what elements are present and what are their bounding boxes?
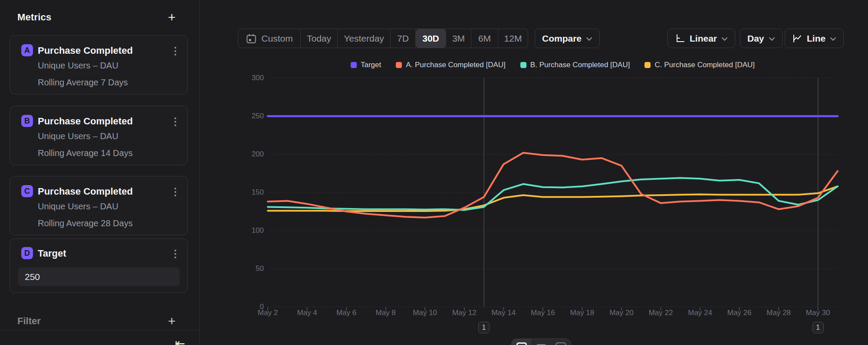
range-12m[interactable]: 12M — [498, 29, 528, 48]
metric-letter-badge: D — [21, 247, 33, 259]
view-switcher — [511, 338, 571, 345]
x-axis-label: May 16 — [523, 309, 562, 317]
annotation-badge[interactable]: 1 — [478, 322, 490, 333]
card-view-button[interactable] — [551, 339, 571, 345]
y-axis-label: 150 — [226, 188, 264, 197]
x-axis-label: May 22 — [641, 309, 681, 317]
range-6m[interactable]: 6M — [471, 29, 498, 48]
linear-scale-icon — [675, 33, 685, 44]
metric-title: Purchase Completed — [38, 186, 133, 197]
x-axis-label: May 30 — [799, 309, 838, 317]
range-30d[interactable]: 30D — [416, 29, 446, 48]
legend-swatch — [351, 62, 357, 68]
x-axis-label: May 26 — [720, 309, 759, 317]
legend-swatch — [644, 62, 651, 68]
chevron-down-icon — [721, 37, 728, 41]
chart-legend: Target A. Purchase Completed [DAU] B. Pu… — [268, 61, 838, 69]
card-view-icon — [556, 342, 566, 345]
metric-card-c[interactable]: C Purchase Completed Unique Users – DAU … — [10, 176, 188, 235]
legend-item-target[interactable]: Target — [351, 61, 381, 69]
legend-item-c[interactable]: C. Purchase Completed [DAU] — [644, 61, 755, 69]
metric-letter-badge: B — [21, 115, 33, 127]
metric-rolling-window[interactable]: Rolling Average 28 Days — [38, 218, 133, 228]
legend-label: A. Purchase Completed [DAU] — [406, 61, 506, 69]
metric-rolling-window[interactable]: Rolling Average 7 Days — [38, 78, 128, 88]
x-axis-label: May 28 — [759, 309, 798, 317]
add-filter-button[interactable]: + — [168, 315, 176, 328]
y-axis-label: 250 — [226, 112, 264, 120]
line-chart-icon — [792, 33, 802, 44]
metric-card-a[interactable]: A Purchase Completed Unique Users – DAU … — [10, 35, 188, 94]
y-axis-label: 50 — [226, 264, 264, 273]
x-axis-label: May 2 — [248, 309, 287, 317]
legend-label: Target — [361, 61, 381, 69]
x-axis-label: May 24 — [681, 309, 720, 317]
chart-type-button[interactable]: Line — [785, 29, 844, 48]
legend-swatch — [396, 62, 402, 68]
metric-letter-badge: A — [21, 44, 33, 56]
legend-label: B. Purchase Completed [DAU] — [530, 61, 630, 69]
date-range-selector: Custom Today Yesterday 7D 30D 3M 6M 12M — [238, 29, 528, 48]
metrics-title: Metrics — [17, 12, 51, 23]
chevron-down-icon — [586, 37, 592, 41]
range-yesterday[interactable]: Yesterday — [338, 29, 391, 48]
x-axis-label: May 6 — [327, 309, 366, 317]
metric-letter-badge: C — [21, 185, 33, 197]
kebab-menu-icon[interactable] — [173, 116, 178, 128]
kebab-menu-icon[interactable] — [173, 186, 178, 198]
chart-plot[interactable] — [268, 78, 838, 307]
metric-rolling-window[interactable]: Rolling Average 14 Days — [38, 148, 133, 158]
filter-title: Filter — [17, 316, 41, 327]
chart-view-button[interactable] — [512, 339, 531, 345]
legend-label: C. Purchase Completed [DAU] — [654, 61, 755, 69]
collapse-sidebar-icon[interactable]: ⇤ — [175, 336, 185, 345]
annotation-badge[interactable]: 1 — [812, 322, 824, 333]
metric-measure[interactable]: Unique Users – DAU — [38, 131, 118, 141]
series-line-3[interactable] — [268, 186, 838, 211]
sidebar-divider — [0, 330, 200, 330]
x-axis-label: May 14 — [484, 309, 523, 317]
range-7d[interactable]: 7D — [391, 29, 416, 48]
y-axis-label: 100 — [226, 226, 264, 235]
range-3m[interactable]: 3M — [446, 29, 471, 48]
metric-title: Purchase Completed — [38, 45, 133, 56]
target-title: Target — [38, 248, 66, 259]
metric-title: Purchase Completed — [38, 116, 133, 127]
add-metric-button[interactable]: + — [168, 11, 176, 24]
range-custom[interactable]: Custom — [238, 29, 301, 48]
kebab-menu-icon[interactable] — [173, 248, 178, 260]
x-axis-label: May 4 — [288, 309, 327, 317]
legend-item-a[interactable]: A. Purchase Completed [DAU] — [396, 61, 506, 69]
kebab-menu-icon[interactable] — [173, 45, 178, 57]
compare-button[interactable]: Compare — [535, 29, 600, 48]
y-axis-label: 300 — [226, 74, 264, 82]
range-today[interactable]: Today — [301, 29, 338, 48]
chevron-down-icon — [769, 37, 775, 41]
x-axis-label: May 20 — [602, 309, 641, 317]
series-line-1[interactable] — [268, 153, 838, 218]
x-axis-label: May 18 — [562, 309, 602, 317]
range-label: Custom — [261, 33, 293, 44]
chevron-down-icon — [830, 37, 836, 41]
legend-swatch — [520, 62, 526, 68]
app-root: Metrics + A Purchase Completed Unique Us… — [0, 0, 868, 345]
axis-scale-button[interactable]: Linear — [667, 29, 735, 48]
chart-view-icon — [516, 342, 527, 345]
target-value-input[interactable]: 250 — [18, 267, 180, 286]
chart-panel: Custom Today Yesterday 7D 30D 3M 6M 12M … — [200, 0, 868, 345]
metric-card-b[interactable]: B Purchase Completed Unique Users – DAU … — [10, 106, 188, 165]
legend-item-b[interactable]: B. Purchase Completed [DAU] — [520, 61, 630, 69]
metric-measure[interactable]: Unique Users – DAU — [38, 202, 118, 212]
x-axis-label: May 10 — [405, 309, 444, 317]
table-view-button[interactable] — [531, 339, 551, 345]
granularity-button[interactable]: Day — [740, 29, 783, 48]
metric-measure[interactable]: Unique Users – DAU — [38, 61, 118, 71]
x-axis-label: May 12 — [445, 309, 484, 317]
x-axis-label: May 8 — [366, 309, 405, 317]
y-axis-label: 200 — [226, 150, 264, 159]
metrics-sidebar: Metrics + A Purchase Completed Unique Us… — [0, 0, 200, 345]
calendar-icon — [246, 33, 257, 44]
target-card[interactable]: D Target 250 — [10, 238, 188, 293]
